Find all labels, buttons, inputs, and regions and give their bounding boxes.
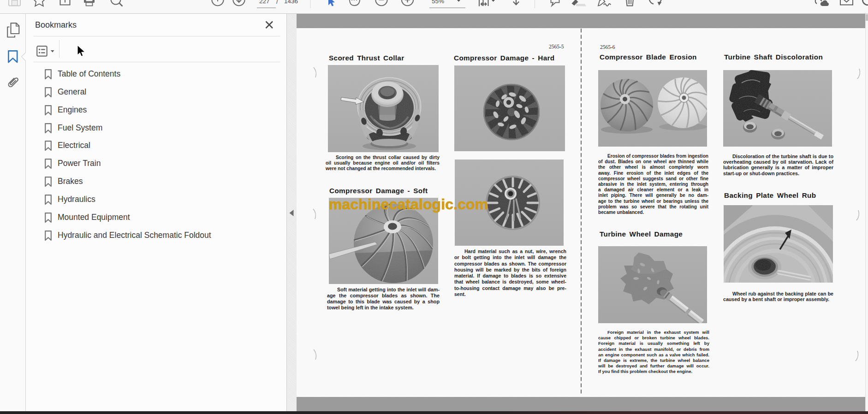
svg-text:227: 227: [259, 0, 270, 5]
svg-text:1436: 1436: [284, 0, 298, 5]
svg-text:/: /: [276, 0, 278, 5]
svg-text:55%: 55%: [432, 0, 444, 5]
